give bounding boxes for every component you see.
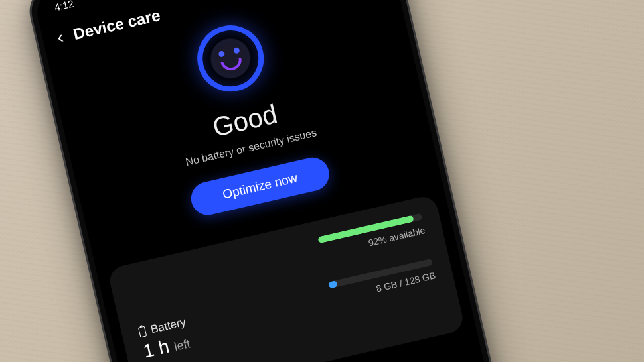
status-time: 4:12 [53, 0, 74, 13]
battery-icon [138, 326, 147, 338]
status-title: Good [210, 99, 280, 143]
back-icon[interactable]: ‹ [55, 27, 65, 48]
battery-time-value: 1 h [141, 336, 171, 362]
smiley-face-icon [208, 36, 253, 81]
battery-time-suffix: left [173, 337, 191, 353]
optimize-button[interactable]: Optimize now [188, 154, 332, 218]
status-ring-icon [191, 19, 270, 98]
page-title: Device care [72, 5, 162, 43]
